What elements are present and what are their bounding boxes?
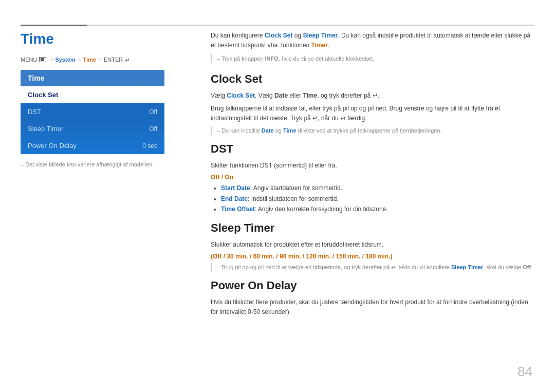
- left-panel: Time MENU → System → Time → ENTER Time C…: [21, 31, 180, 371]
- system-label: System: [55, 57, 75, 63]
- menu-widget: Time Clock Set DST Off Sleep Timer Off P…: [21, 70, 164, 154]
- menu-item-sleep-timer-value: Off: [149, 125, 157, 133]
- menu-path: MENU → System → Time → ENTER: [21, 57, 180, 63]
- top-border-line: [21, 25, 534, 26]
- menu-item-clock-set[interactable]: Clock Set: [21, 86, 164, 103]
- intro-clock-set: Clock Set: [265, 32, 293, 39]
- sleep-timer-note: – Brug pil op og pil ned til at vælge en…: [211, 263, 534, 272]
- enter-icon: [125, 57, 132, 63]
- menu-item-dst[interactable]: DST Off: [21, 103, 164, 120]
- intro-note-text: – Tryk på knappen INFO, hvis du vil se d…: [217, 55, 374, 62]
- menu-item-dst-label: DST: [28, 108, 41, 116]
- menu-item-dst-value: Off: [149, 108, 157, 116]
- intro-text: Du kan konfigurere Clock Set og Sleep Ti…: [211, 31, 534, 50]
- power-on-delay-title: Power On Delay: [211, 279, 534, 292]
- time-label: Time: [83, 57, 96, 63]
- section-clock-set: Clock Set Vælg Clock Set. Vælg Date elle…: [211, 72, 534, 135]
- menu-item-sleep-timer[interactable]: Sleep Timer Off: [21, 120, 164, 137]
- menu-item-sleep-timer-label: Sleep Timer: [28, 125, 63, 133]
- dst-body1: Skifter funktionen DST (sommertid) til e…: [211, 161, 534, 171]
- section-power-on-delay: Power On Delay Hvis du tilslutter flere …: [211, 279, 534, 317]
- menu-item-power-on-delay-label: Power On Delay: [28, 142, 77, 150]
- dst-off-on: Off / On: [211, 174, 534, 181]
- section-dst: DST Skifter funktionen DST (sommertid) t…: [211, 142, 534, 214]
- clock-set-body1: Vælg Clock Set. Vælg Date eller Time, og…: [211, 91, 534, 101]
- sleep-timer-options: (Off / 30 min. / 60 min. / 90 min. / 120…: [211, 253, 534, 260]
- menu-icon: [39, 57, 46, 62]
- sleep-timer-body1: Slukker automatisk for produktet efter e…: [211, 240, 534, 250]
- menu-widget-title: Time: [21, 70, 164, 86]
- page-title: Time: [21, 31, 180, 47]
- enter-label: ENTER: [104, 57, 123, 63]
- right-panel: Du kan konfigurere Clock Set og Sleep Ti…: [200, 31, 534, 371]
- dst-bullet-time-offset: Time Offset: Angiv den korrekte forskydn…: [221, 204, 534, 214]
- image-note: – Det viste billede kan variere afhængig…: [21, 161, 180, 167]
- section-sleep-timer: Sleep Timer Slukker automatisk for produ…: [211, 221, 534, 272]
- dst-bullet-end-date: End Date: Indstil slutdatoen for sommert…: [221, 194, 534, 204]
- intro-sleep-timer: Sleep Timer: [303, 32, 338, 39]
- power-on-delay-body1: Hvis du tilslutter flere produkter, skal…: [211, 297, 534, 317]
- menu-item-power-on-delay-value: 0 sec: [142, 142, 157, 150]
- menu-label: MENU: [21, 57, 37, 63]
- page-number: 84: [517, 364, 532, 380]
- intro-note: – Tryk på knappen INFO, hvis du vil se d…: [211, 54, 534, 63]
- sleep-timer-title: Sleep Timer: [211, 221, 534, 235]
- dst-bullet-list: Start Date: Angiv startdatoen for sommer…: [211, 183, 534, 214]
- clock-set-title: Clock Set: [211, 72, 534, 86]
- top-border-accent: [21, 25, 87, 26]
- dst-title: DST: [211, 142, 534, 156]
- menu-item-clock-set-label: Clock Set: [28, 91, 58, 99]
- clock-set-note: – Du kan indstille Date og Time direkte …: [211, 126, 534, 135]
- arrow3: →: [97, 57, 103, 63]
- menu-item-power-on-delay[interactable]: Power On Delay 0 sec: [21, 137, 164, 154]
- dst-bullet-start-date: Start Date: Angiv startdatoen for sommer…: [221, 183, 534, 193]
- arrow2: →: [77, 57, 82, 63]
- arrow1: →: [48, 57, 54, 63]
- clock-set-body2: Brug talknapperne til at indtaste tal, e…: [211, 104, 534, 123]
- intro-timer: Timer: [311, 42, 327, 49]
